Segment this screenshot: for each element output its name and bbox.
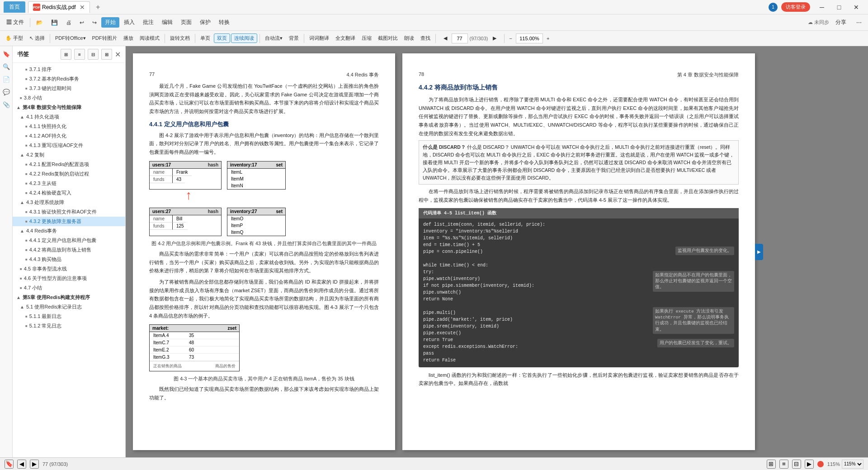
single-page-btn[interactable]: 单页 [198, 34, 213, 43]
nav-search-nav-btn[interactable]: 🔍 [1, 62, 11, 71]
protect-btn[interactable]: 保护 [196, 17, 214, 28]
sidebar-item-ch5[interactable]: ▲第5章 使用Redis构建支持程序 [13, 293, 125, 302]
sidebar-item-51[interactable]: ▲5.1 使用Redis来记录日志 [13, 302, 125, 312]
sidebar-item-431[interactable]: ■4.3.1 验证快照文件和AOF文件 [13, 207, 125, 217]
sidebar-item-412[interactable]: ■4.1.2 AOF持久化 [13, 131, 125, 141]
status-prev-btn[interactable]: ◀ [17, 460, 26, 469]
insert-btn[interactable]: 插入 [120, 17, 138, 28]
search-btn[interactable]: 查找 [418, 34, 433, 43]
win-close-btn[interactable]: ✕ [848, 1, 864, 14]
sidebar-item-44[interactable]: ▲4.4 Redis事务 [13, 226, 125, 236]
pdf-tab[interactable]: PDF Redis实战.pdf ✕ [28, 1, 90, 13]
status-play-btn[interactable]: ▶ [805, 460, 814, 469]
open-main-btn[interactable]: 开始 [101, 17, 119, 28]
sidebar-item-421[interactable]: ■4.2.1 配置Redis的配置选项 [13, 160, 125, 169]
win-max-btn[interactable]: □ [831, 1, 847, 14]
sidebar-item-424[interactable]: ■4.2.4 检验硬盘写入 [13, 188, 125, 198]
prev-page-btn[interactable]: ◀ [441, 34, 450, 42]
sidebar-item-422[interactable]: ■4.2.2 Redis复制的启动过程 [13, 169, 125, 179]
sidebar-item-511[interactable]: ■5.1.1 最新日志 [13, 312, 125, 321]
status-bookmark-btn[interactable]: 🔖 [5, 460, 14, 469]
hand-tool-btn[interactable]: ✋ 手型 [3, 34, 26, 43]
compress-btn[interactable]: 压缩 [359, 34, 374, 43]
sidebar-item-371[interactable]: ■3.7.1 排序 [13, 65, 125, 74]
save-btn[interactable]: 💾 [47, 18, 61, 27]
tree-dot: ■ [25, 219, 28, 223]
sidebar-item-45[interactable]: ■4.5 非事务型流水线 [13, 264, 125, 274]
pdf-to-image-btn[interactable]: PDF转图片 [90, 34, 120, 43]
sidebar-close-btn[interactable]: ✕ [115, 49, 121, 60]
pdf-to-office-btn[interactable]: PDF转Office▾ [52, 34, 89, 43]
sidebar-icon-3[interactable]: ⊟ [88, 49, 99, 60]
sidebar-item-443[interactable]: ■4.4.3 购买物品 [13, 255, 125, 264]
share-btn[interactable]: 分享 [832, 17, 850, 28]
status-next-btn[interactable]: ▶ [30, 460, 39, 469]
zoom-out-btn[interactable]: − [507, 35, 515, 42]
win-min-btn[interactable]: ─ [814, 1, 830, 14]
rotate-btn[interactable]: 旋转文档 [167, 34, 193, 43]
zoom-select[interactable]: 115% 100% 125% 150% [842, 460, 863, 469]
code-line-11: return None [423, 296, 639, 303]
nav-attach-btn[interactable]: 📎 [1, 100, 11, 109]
sidebar-icon-1[interactable]: ⊞ [61, 49, 71, 60]
sidebar-icon-4[interactable]: ⊞ [101, 49, 112, 60]
sidebar-icon-2[interactable]: ≡ [74, 49, 85, 60]
sidebar-item-373[interactable]: ■3.7.3 键的过期时间 [13, 84, 125, 93]
auto-flow-btn[interactable]: 自动流▾ [262, 34, 285, 43]
background-btn[interactable]: 背景 [286, 34, 302, 43]
more-btn[interactable]: ⋯ [853, 18, 865, 27]
nav-expand-btn[interactable]: ▶ [755, 244, 763, 260]
tab-close-btn[interactable]: ✕ [80, 4, 85, 11]
compare-btn[interactable]: 截图对比 [375, 34, 401, 43]
sidebar-item-441[interactable]: ■4.4.1 定义用户信息和用户包囊 [13, 236, 125, 245]
page-btn[interactable]: 页面 [177, 17, 195, 28]
continuous-btn[interactable]: 连续阅读 [231, 33, 257, 43]
sidebar-item-42[interactable]: ▲4.2 复制 [13, 150, 125, 160]
sidebar-item-432[interactable]: ■4.3.2 更换故障主服务器 [13, 217, 125, 226]
read-aloud-btn[interactable]: 朗读 [401, 34, 417, 43]
sidebar-item-442[interactable]: ■4.4.2 将商品放到市场上销售 [13, 245, 125, 255]
visit-login-btn[interactable]: 访客登录 [781, 2, 810, 12]
sidebar-item-46[interactable]: ■4.6 关于性型方面的注意事项 [13, 274, 125, 283]
nav-comment-btn[interactable]: 💬 [1, 87, 11, 97]
print-btn[interactable]: 🖨 [62, 18, 75, 27]
sync-status[interactable]: ☁ 未同步 [808, 19, 829, 26]
annotate-btn[interactable]: 批注 [139, 17, 157, 28]
edit-btn[interactable]: 编辑 [158, 17, 176, 28]
sidebar-item-38[interactable]: ■3.8 小结 [13, 93, 125, 103]
sidebar-item-41[interactable]: ▲4.1 持久化选项 [13, 112, 125, 122]
read-mode-btn[interactable]: 阅读模式 [137, 34, 162, 43]
sidebar-item-512[interactable]: ■5.1.2 常见日志 [13, 321, 125, 331]
sidebar-item-ch4[interactable]: ▲第4章 数据安全与性能保障 [13, 103, 125, 112]
current-page-input[interactable] [452, 33, 468, 43]
status-minus-btn[interactable]: ⊟ [792, 460, 801, 469]
sidebar-item-413[interactable]: ■4.1.3 重写/压缩AOF文件 [13, 141, 125, 150]
zoom-in-btn[interactable]: + [544, 35, 552, 42]
select-tool-btn[interactable]: ↖ 选择 [27, 34, 47, 43]
sidebar-item-411[interactable]: ■4.1.1 快照持久化 [13, 122, 125, 131]
sidebar-item-47[interactable]: ■4.7 小结 [13, 283, 125, 293]
sidebar-item-372[interactable]: ■3.7.2 基本的Redis事务 [13, 74, 125, 84]
red-arrow-icon: ↓ [185, 190, 192, 204]
sidebar-item-423[interactable]: ■4.2.3 主从链 [13, 179, 125, 188]
home-tab[interactable]: 首页 [4, 1, 25, 13]
new-tab-btn[interactable]: + [93, 2, 104, 13]
convert-btn[interactable]: 转换 [215, 17, 233, 28]
nav-page-nav-btn[interactable]: 📄 [1, 74, 11, 84]
nav-bookmark-btn[interactable]: 🔖 [1, 49, 11, 59]
play-btn[interactable]: 播放 [121, 34, 136, 43]
full-translate-btn[interactable]: 全文翻译 [333, 34, 358, 43]
menu-file-btn[interactable]: ☰ 文件 [3, 17, 28, 28]
double-page-btn[interactable]: 双页 [214, 33, 230, 43]
next-page-btn[interactable]: ▶ [490, 34, 499, 42]
sidebar-item-label: 4.2.3 主从链 [29, 180, 57, 187]
status-grid-btn[interactable]: ⊞ [767, 460, 776, 469]
code-line-12: pipe.multi() [423, 309, 639, 316]
word-translate-btn[interactable]: 词词翻译 [307, 34, 332, 43]
zoom-input[interactable] [516, 33, 543, 43]
status-list-btn[interactable]: ≡ [779, 460, 788, 469]
sidebar-item-43[interactable]: ▲4.3 处理系统故障 [13, 198, 125, 207]
redo-btn[interactable]: ↪ [89, 18, 100, 27]
open-btn-small[interactable]: 📂 [33, 18, 47, 27]
undo-btn[interactable]: ↩ [76, 18, 88, 27]
